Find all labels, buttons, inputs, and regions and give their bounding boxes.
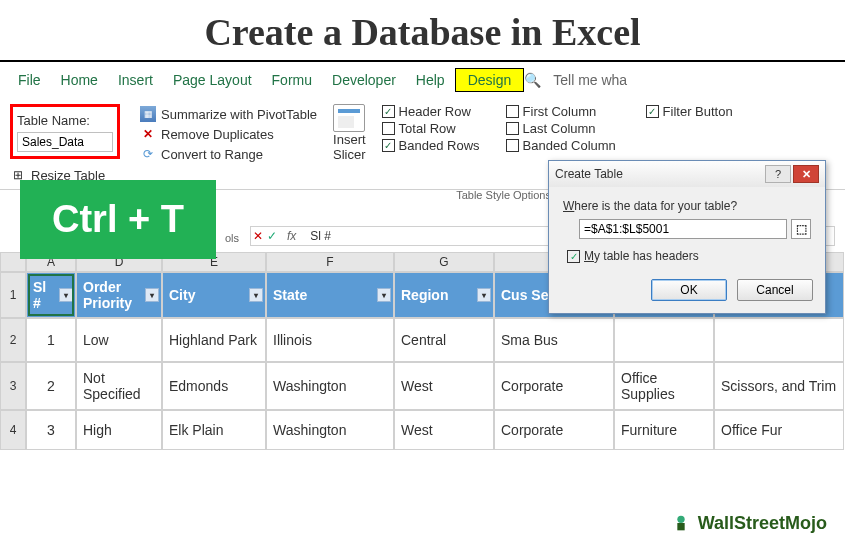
remove-duplicates-button[interactable]: ✕ Remove Duplicates	[140, 124, 317, 144]
cell[interactable]: Furniture	[614, 410, 714, 450]
summarize-pivot-button[interactable]: ▦ Summarize with PivotTable	[140, 104, 317, 124]
dialog-title: Create Table	[555, 167, 763, 181]
formula-value[interactable]: Sl #	[306, 229, 335, 243]
tell-me-input[interactable]: Tell me wha	[553, 72, 627, 88]
tab-file[interactable]: File	[8, 68, 51, 92]
range-input[interactable]	[579, 219, 787, 239]
tab-home[interactable]: Home	[51, 68, 108, 92]
chk-header-row-label: Header Row	[399, 104, 471, 119]
logo-icon	[670, 512, 692, 534]
filter-dropdown-icon[interactable]: ▾	[59, 288, 73, 302]
q-rest: here is the data for your table?	[574, 199, 737, 213]
remove-dup-label: Remove Duplicates	[161, 127, 274, 142]
close-button[interactable]: ✕	[793, 165, 819, 183]
group-tools: ▦ Summarize with PivotTable ✕ Remove Dup…	[130, 102, 327, 187]
cell[interactable]: West	[394, 362, 494, 410]
chk-filter-button[interactable]: ✓Filter Button	[646, 104, 733, 119]
table-header[interactable]: City▾	[162, 272, 266, 318]
chk-banded-rows-label: Banded Rows	[399, 138, 480, 153]
collapse-dialog-icon[interactable]: ⬚	[791, 219, 811, 239]
cell[interactable]: Edmonds	[162, 362, 266, 410]
h-underline: M	[584, 249, 594, 263]
cell[interactable]: Scissors, and Trim	[714, 362, 844, 410]
filter-dropdown-icon[interactable]: ▾	[145, 288, 159, 302]
dialog-question: Where is the data for your table?	[563, 199, 811, 213]
chk-last-column[interactable]: Last Column	[506, 121, 626, 136]
search-icon: 🔍	[524, 72, 541, 88]
checkbox-icon	[382, 122, 395, 135]
col-header[interactable]: G	[394, 252, 494, 272]
cell[interactable]: Corporate	[494, 362, 614, 410]
filter-dropdown-icon[interactable]: ▾	[377, 288, 391, 302]
header-text: Order Priority	[83, 279, 143, 311]
chk-header-row[interactable]: ✓Header Row	[382, 104, 502, 119]
col-header[interactable]: F	[266, 252, 394, 272]
table-header[interactable]: Sl #▾	[26, 272, 76, 318]
chk-banded-col-label: Banded Column	[523, 138, 616, 153]
cell[interactable]: Low	[76, 318, 162, 362]
cancel-button[interactable]: Cancel	[737, 279, 813, 301]
ribbon-tabs: File Home Insert Page Layout Formu Devel…	[0, 62, 845, 98]
convert-range-button[interactable]: ⟳ Convert to Range	[140, 144, 317, 164]
row-header[interactable]: 2	[0, 318, 26, 362]
checkbox-icon	[506, 139, 519, 152]
filter-dropdown-icon[interactable]: ▾	[249, 288, 263, 302]
tab-insert[interactable]: Insert	[108, 68, 163, 92]
tab-page-layout[interactable]: Page Layout	[163, 68, 262, 92]
cell[interactable]: Central	[394, 318, 494, 362]
cell[interactable]: Washington	[266, 410, 394, 450]
tab-developer[interactable]: Developer	[322, 68, 406, 92]
table-header[interactable]: Region▾	[394, 272, 494, 318]
cell[interactable]: 2	[26, 362, 76, 410]
cell[interactable]: Sma Bus	[494, 318, 614, 362]
fx-label[interactable]: fx	[281, 229, 302, 243]
header-text: State	[273, 287, 307, 303]
table-name-input[interactable]	[17, 132, 113, 152]
shortcut-badge: Ctrl + T	[20, 180, 216, 259]
slicer-label-1: Insert	[333, 132, 366, 147]
table-header[interactable]: State▾	[266, 272, 394, 318]
dialog-titlebar[interactable]: Create Table ? ✕	[549, 161, 825, 187]
chk-banded-column[interactable]: Banded Column	[506, 138, 626, 153]
chk-total-row[interactable]: Total Row	[382, 121, 502, 136]
cell[interactable]: Office Fur	[714, 410, 844, 450]
cell[interactable]: 3	[26, 410, 76, 450]
cell[interactable]: Elk Plain	[162, 410, 266, 450]
help-button[interactable]: ?	[765, 165, 791, 183]
cell[interactable]: Illinois	[266, 318, 394, 362]
row-header[interactable]: 1	[0, 272, 26, 318]
watermark: WallStreetMojo	[670, 512, 827, 534]
row-header[interactable]: 4	[0, 410, 26, 450]
pivot-label: Summarize with PivotTable	[161, 107, 317, 122]
cell[interactable]: Washington	[266, 362, 394, 410]
cell[interactable]: Office Supplies	[614, 362, 714, 410]
tab-help[interactable]: Help	[406, 68, 455, 92]
convert-label: Convert to Range	[161, 147, 263, 162]
watermark-text: WallStreetMojo	[698, 513, 827, 534]
remove-dup-icon: ✕	[140, 126, 156, 142]
cell[interactable]: High	[76, 410, 162, 450]
group-properties: Table Name: ⊞ Resize Table	[0, 102, 130, 187]
cell[interactable]: 1	[26, 318, 76, 362]
cell[interactable]	[714, 318, 844, 362]
cell[interactable]: Not Specified	[76, 362, 162, 410]
cell[interactable]: Corporate	[494, 410, 614, 450]
row-header[interactable]: 3	[0, 362, 26, 410]
btn-ok-fx[interactable]: ✓	[267, 229, 277, 243]
filter-dropdown-icon[interactable]: ▾	[477, 288, 491, 302]
cell[interactable]: Highland Park	[162, 318, 266, 362]
tab-design[interactable]: Design	[455, 68, 525, 92]
insert-slicer-button[interactable]: Insert Slicer	[327, 102, 372, 187]
btn-cancel-fx[interactable]: ✕	[253, 229, 263, 243]
table-header[interactable]: Order Priority▾	[76, 272, 162, 318]
q-underline: W	[563, 199, 574, 213]
tab-formulas[interactable]: Formu	[262, 68, 322, 92]
cell[interactable]: West	[394, 410, 494, 450]
cell[interactable]	[614, 318, 714, 362]
headers-checkbox[interactable]: ✓ My table has headers	[567, 249, 811, 263]
checkbox-icon	[506, 122, 519, 135]
ok-button[interactable]: OK	[651, 279, 727, 301]
chk-last-col-label: Last Column	[523, 121, 596, 136]
chk-banded-rows[interactable]: ✓Banded Rows	[382, 138, 502, 153]
chk-first-column[interactable]: First Column	[506, 104, 626, 119]
